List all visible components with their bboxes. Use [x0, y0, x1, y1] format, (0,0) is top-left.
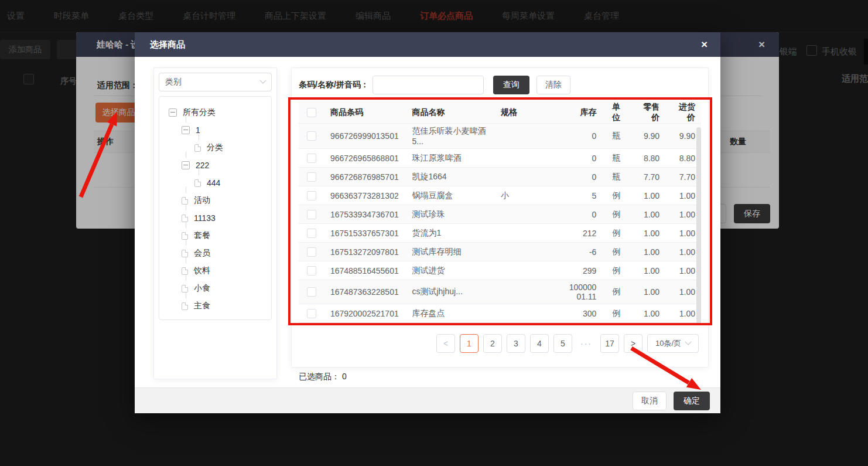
page-button[interactable]: 3 [507, 334, 525, 353]
tree-item[interactable]: 分类 [164, 139, 266, 157]
cell-purchase: 1.00 [665, 189, 701, 203]
cell-spec [495, 311, 561, 316]
tree-item-label: 222 [196, 161, 209, 170]
cell-retail: 8.80 [630, 151, 665, 165]
tree-item-label: 小食 [194, 283, 210, 294]
modal-body: 类别 所有分类1分类222444活动11133套餐会员饮料小食主食 条码/名称/… [135, 57, 720, 387]
tree-item-label: 套餐 [194, 230, 210, 241]
tree-item[interactable]: 活动 [164, 192, 266, 209]
cell-retail: 1.00 [630, 264, 665, 278]
selected-label: 已选商品： [299, 372, 340, 381]
cell-name: cs测试jhjhuj... [406, 284, 495, 300]
page-button[interactable]: 1 [460, 334, 479, 353]
cell-purchase: 1.00 [665, 226, 701, 240]
row-checkbox[interactable] [307, 210, 316, 219]
page-size-select[interactable]: 10条/页 [647, 334, 699, 353]
cell-name: 锅塌豆腐盒 [406, 188, 495, 203]
page-button[interactable]: 17 [600, 334, 619, 353]
row-checkbox[interactable] [307, 229, 316, 238]
row-checkbox[interactable] [307, 266, 316, 275]
cell-stock: 5 [561, 189, 603, 203]
selected-count: 0 [342, 372, 347, 381]
collapse-icon[interactable] [182, 161, 190, 169]
select-products-modal: 选择商品 × 类别 所有分类1分类222444活动11133套餐会员饮料小食主食… [135, 32, 720, 413]
cell-unit: 例 [602, 226, 630, 241]
cell-retail: 7.70 [630, 170, 665, 184]
modal-title: 选择商品 [150, 39, 185, 50]
cell-name: 货流为1 [406, 226, 495, 241]
tree-item[interactable]: 222 [164, 157, 266, 174]
cell-purchase: 7.70 [665, 170, 701, 184]
row-checkbox[interactable] [307, 247, 316, 257]
column-header-code: 商品条码 [324, 105, 406, 120]
table-row: 167515337657301货流为1212例1.001.00 [299, 224, 701, 243]
cell-spec [495, 250, 561, 254]
tree-item[interactable]: 444 [164, 174, 266, 192]
cell-name: 测试库存明细 [406, 244, 495, 260]
tree-item-label: 444 [207, 178, 220, 188]
tree-item[interactable]: 套餐 [164, 227, 266, 244]
cell-unit: 例 [602, 244, 630, 260]
cell-spec [495, 268, 561, 273]
cell-code: 167515337657301 [324, 226, 406, 240]
clear-button[interactable]: 清除 [536, 76, 570, 94]
file-icon [182, 215, 188, 222]
search-input[interactable] [373, 76, 484, 94]
products-table: 商品条码商品名称规格库存单位零售价进货价 966726999013501范佳乐听… [299, 101, 701, 328]
table-scrollbar[interactable] [696, 127, 701, 324]
cell-retail: 1.00 [630, 208, 665, 222]
tree-item[interactable]: 小食 [164, 280, 266, 297]
row-checkbox[interactable] [307, 309, 316, 318]
cell-retail: 1.00 [630, 307, 665, 321]
tree-item[interactable]: 主食 [164, 297, 266, 315]
query-button[interactable]: 查询 [493, 76, 529, 94]
cell-name: 凯旋1664 [406, 169, 495, 185]
tree-item-label: 分类 [207, 142, 223, 153]
tree-item[interactable]: 所有分类 [164, 104, 266, 121]
prev-page-button[interactable]: < [436, 334, 455, 353]
file-icon [182, 197, 188, 205]
row-checkbox-cell [299, 151, 324, 165]
tree-item[interactable]: 饮料 [164, 262, 266, 280]
cell-stock: 212 [561, 226, 603, 240]
row-checkbox[interactable] [307, 172, 316, 182]
confirm-button[interactable]: 确定 [674, 392, 710, 410]
row-checkbox[interactable] [307, 287, 316, 297]
pagination-ellipsis[interactable]: ··· [577, 334, 596, 353]
cancel-button[interactable]: 取消 [633, 392, 667, 410]
cell-stock: 0 [561, 129, 603, 143]
close-icon[interactable]: × [701, 38, 708, 51]
page-size-value: 10条/页 [655, 338, 681, 349]
cell-retail: 1.00 [630, 189, 665, 203]
row-checkbox[interactable] [307, 131, 316, 141]
column-header-retail: 零售价 [630, 101, 665, 125]
select-all-checkbox[interactable] [307, 108, 316, 117]
file-icon [182, 232, 188, 240]
file-icon [182, 250, 188, 257]
cell-name: 珠江原浆啤酒 [406, 151, 495, 166]
cell-name: 测试进货 [406, 263, 495, 278]
tree-item[interactable]: 会员 [164, 244, 266, 262]
cell-stock: -6 [561, 245, 603, 259]
page-button[interactable]: 2 [483, 334, 502, 353]
cell-retail: 9.90 [630, 129, 665, 143]
column-header-purchase: 进货价 [665, 101, 701, 125]
collapse-icon[interactable] [182, 126, 190, 134]
category-select[interactable]: 类别 [159, 73, 272, 91]
cell-purchase: 1.00 [665, 245, 701, 259]
chevron-down-icon [259, 77, 266, 84]
column-header-unit: 单位 [602, 101, 630, 125]
cell-spec [495, 290, 561, 294]
cell-spec [495, 156, 561, 161]
page-button[interactable]: 5 [553, 334, 572, 353]
tree-item[interactable]: 1 [164, 121, 266, 139]
page-button[interactable]: 4 [530, 334, 549, 353]
tree-item[interactable]: 11133 [164, 209, 266, 227]
category-select-value: 类别 [165, 77, 182, 87]
row-checkbox[interactable] [307, 191, 316, 200]
cell-code: 167920002521701 [324, 307, 406, 321]
next-page-button[interactable]: > [624, 334, 643, 353]
collapse-icon[interactable] [169, 108, 177, 117]
row-checkbox[interactable] [307, 154, 316, 163]
cell-name: 库存盘点 [406, 306, 495, 321]
